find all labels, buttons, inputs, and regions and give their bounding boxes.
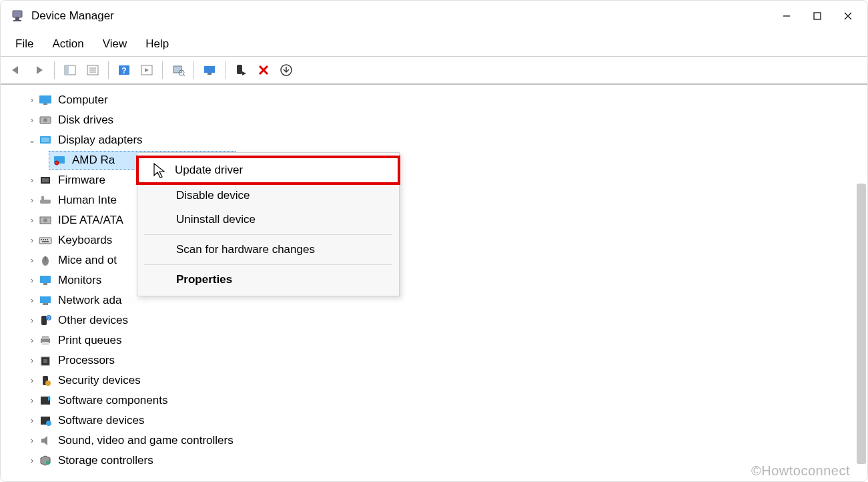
expander-icon[interactable]: › [26, 416, 38, 425]
tree-label: Network ada [58, 294, 121, 307]
tree-node-sound[interactable]: › Sound, video and game controllers [26, 431, 867, 451]
sw-devices-icon [38, 413, 53, 428]
svg-rect-0 [13, 11, 22, 17]
toolbar-separator [108, 61, 109, 79]
other-devices-icon: ? [38, 313, 53, 328]
expander-icon[interactable]: › [26, 236, 38, 245]
svg-rect-47 [40, 276, 51, 283]
svg-rect-49 [40, 296, 51, 303]
properties-button[interactable] [83, 60, 103, 80]
expander-icon[interactable]: › [26, 436, 38, 445]
svg-rect-41 [43, 239, 44, 240]
back-button[interactable] [6, 60, 26, 80]
context-menu-disable-device[interactable]: Disable device [137, 184, 399, 208]
scan-hardware-button[interactable] [168, 60, 188, 80]
tree-label: Processors [58, 354, 115, 367]
menu-item-label: Disable device [176, 189, 250, 202]
expander-icon[interactable]: › [26, 176, 38, 185]
action-button[interactable] [137, 60, 157, 80]
toolbar-separator [162, 61, 163, 79]
tree-node-disk-drives[interactable]: › Disk drives [26, 110, 867, 130]
cursor-icon [153, 162, 166, 182]
svg-rect-51 [41, 316, 47, 325]
menu-view[interactable]: View [93, 35, 137, 53]
expander-collapse-icon[interactable]: ⌄ [26, 136, 38, 145]
menu-action[interactable]: Action [43, 35, 93, 53]
forward-button[interactable] [29, 60, 49, 80]
close-button[interactable] [833, 5, 863, 27]
menu-item-label: Properties [176, 273, 232, 286]
sound-icon [38, 433, 53, 448]
expander-icon[interactable]: › [26, 316, 38, 325]
expander-icon[interactable]: › [26, 296, 38, 305]
scrollbar[interactable] [857, 184, 866, 464]
svg-rect-48 [43, 283, 47, 285]
uninstall-device-button[interactable] [254, 60, 274, 80]
svg-rect-42 [45, 239, 46, 240]
menu-item-label: Update driver [175, 164, 243, 177]
svg-rect-30 [41, 138, 49, 142]
tree-label: IDE ATA/ATA [58, 214, 123, 227]
tree-node-sw-devices[interactable]: › Software devices [26, 411, 867, 431]
svg-rect-16 [173, 66, 181, 73]
expander-icon[interactable]: › [26, 95, 38, 105]
tree-node-sw-components[interactable]: › Software components [26, 391, 867, 411]
tree-label: Storage controllers [58, 454, 153, 467]
context-menu-separator [144, 234, 392, 235]
toolbar-separator [193, 61, 194, 79]
expander-icon[interactable]: › [26, 376, 38, 385]
expander-icon[interactable]: › [26, 196, 38, 205]
tree-node-processors[interactable]: › Processors [26, 350, 867, 371]
tree-node-security[interactable]: › Security devices [26, 371, 867, 391]
tree-node-display-adapters[interactable]: ⌄ Display adapters [26, 130, 867, 150]
show-hidden-button[interactable] [60, 60, 80, 80]
expander-icon[interactable]: › [26, 276, 38, 285]
expander-icon[interactable]: › [26, 356, 38, 365]
disk-icon [38, 113, 53, 128]
disable-device-button[interactable] [231, 60, 251, 80]
help-button[interactable]: ? [114, 60, 134, 80]
context-menu: Update driver Disable device Uninstall d… [137, 152, 400, 296]
network-icon [38, 293, 53, 308]
expander-icon[interactable]: › [26, 336, 38, 345]
expander-icon[interactable]: › [26, 396, 38, 405]
svg-rect-58 [43, 359, 47, 363]
menu-file[interactable]: File [6, 35, 43, 53]
install-driver-button[interactable] [276, 60, 296, 80]
context-menu-scan-hardware[interactable]: Scan for hardware changes [137, 238, 399, 262]
tree-label: Computer [58, 93, 108, 107]
context-menu-properties[interactable]: Properties [137, 268, 399, 292]
maximize-button[interactable] [802, 5, 833, 27]
svg-text:?: ? [121, 66, 126, 75]
svg-rect-50 [43, 303, 48, 305]
window-title: Device Manager [31, 9, 771, 23]
menu-help[interactable]: Help [136, 35, 178, 53]
svg-rect-4 [814, 13, 821, 19]
svg-rect-56 [42, 342, 49, 345]
svg-rect-21 [237, 65, 242, 74]
svg-point-28 [43, 118, 47, 122]
expander-icon[interactable]: › [26, 256, 38, 265]
expander-icon[interactable]: › [26, 456, 38, 465]
expander-icon[interactable]: › [26, 115, 38, 125]
minimize-button[interactable] [771, 5, 802, 27]
tree-node-print[interactable]: › Print queues [26, 330, 867, 350]
update-driver-button[interactable] [199, 60, 220, 80]
tree-node-other[interactable]: › ? Other devices [26, 310, 867, 330]
tree-node-computer[interactable]: › Computer [26, 90, 867, 110]
security-icon [38, 373, 53, 388]
svg-point-65 [46, 461, 50, 465]
cpu-icon [38, 353, 53, 368]
svg-point-60 [45, 381, 51, 386]
tree-node-storage[interactable]: › Storage controllers [26, 451, 867, 471]
context-menu-update-driver[interactable]: Update driver [136, 156, 400, 185]
tree-label: Display adapters [58, 134, 143, 147]
tree-label: Other devices [58, 314, 128, 327]
context-menu-uninstall-device[interactable]: Uninstall device [137, 208, 399, 232]
tree-label: Software devices [58, 414, 144, 427]
tree-label: Sound, video and game controllers [58, 434, 234, 447]
svg-rect-25 [39, 95, 51, 103]
watermark: ©Howtoconnect [751, 463, 850, 479]
expander-icon[interactable]: › [26, 216, 38, 225]
gpu-icon [52, 153, 67, 168]
